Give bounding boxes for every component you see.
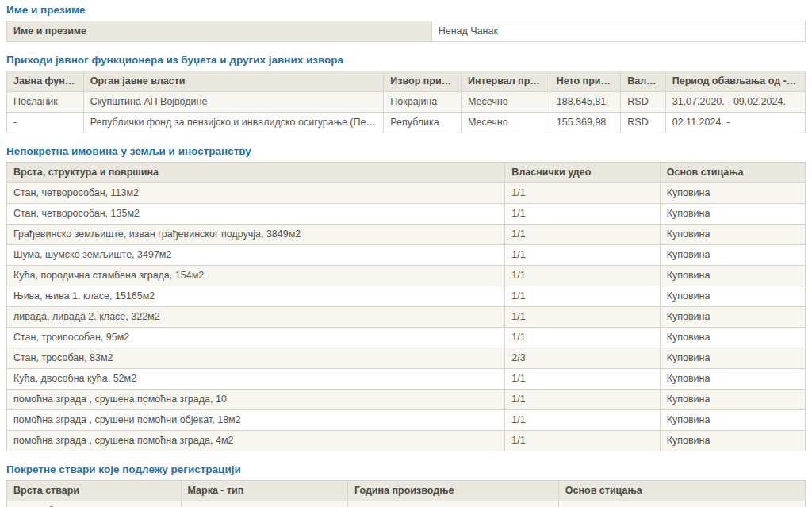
table-cell: Куповина — [660, 286, 805, 307]
column-header: Основ стицања — [558, 481, 805, 501]
table-cell: Посланик — [7, 92, 84, 113]
table-row: Име и презимеНенад Чанак — [7, 21, 806, 42]
table-row: помоћна зграда , срушена помоћна зграда,… — [7, 431, 806, 451]
table-cell: Републички фонд за пензијско и инвалидск… — [83, 113, 384, 133]
table-cell: 1/1 — [505, 266, 660, 286]
real-estate-table: Врста, структура и површинаВласнички уде… — [6, 162, 806, 451]
table-cell: Њива, њива 1. класе, 15165м2 — [7, 286, 505, 307]
table-cell: Стан, четворособан, 113м2 — [7, 183, 505, 204]
column-header: Период обављања од - до — [665, 71, 805, 92]
table-header-row: Јавна функцијаОрган јавне властиИзвор пр… — [7, 71, 806, 92]
table-header-row: Врста, структура и површинаВласнички уде… — [7, 163, 806, 183]
table-cell: 1/1 — [505, 286, 660, 307]
table-cell: помоћна зграда , срушена помоћна зграда,… — [7, 431, 505, 451]
table-cell: Грађевинско земљиште, изван грађевинског… — [7, 225, 505, 245]
section-title-person: Име и презиме — [6, 4, 806, 17]
table-cell: 1/1 — [505, 183, 660, 204]
table-cell: 02.11.2024. - — [665, 113, 805, 133]
table-cell: помоћна зграда , срушена помоћна зграда,… — [7, 390, 505, 410]
table-cell: 1/1 — [505, 245, 660, 266]
table-cell: Куповина — [660, 369, 805, 390]
table-row: Кућа, породична стамбена зграда, 154м21/… — [7, 266, 806, 286]
table-cell: Куповина — [660, 183, 805, 204]
income-table: Јавна функцијаОрган јавне властиИзвор пр… — [6, 71, 806, 133]
table-row: -Републички фонд за пензијско и инвалидс… — [7, 113, 806, 133]
table-cell: Месечно — [461, 113, 550, 133]
table-row: Шума, шумско земљиште, 3497м21/1Куповина — [7, 245, 806, 266]
section-title-real-estate: Непокретна имовина у земљи и иностранств… — [6, 145, 806, 158]
table-cell: RSD — [621, 113, 665, 133]
table-cell: - — [7, 113, 84, 133]
column-header: Врста, структура и површина — [7, 163, 505, 183]
table-row: ПосланикСкупштина АП ВојводинеПокрајинаМ… — [7, 92, 806, 113]
table-header-row: Врста ствариМарка - типГодина производње… — [7, 481, 806, 501]
table-cell: 1/1 — [505, 225, 660, 245]
table-cell: Шума, шумско земљиште, 3497м2 — [7, 245, 505, 266]
table-row: Стан, трособан, 83м22/3Куповина — [7, 348, 806, 369]
table-cell: Куповина — [558, 501, 805, 507]
table-cell: Аутомобил — [7, 501, 182, 507]
table-cell: Кућа, породична стамбена зграда, 154м2 — [7, 266, 505, 286]
vehicles-table: Врста ствариМарка - типГодина производње… — [6, 480, 806, 507]
table-row: Њива, њива 1. класе, 15165м21/1Куповина — [7, 286, 806, 307]
table-cell: Кућа, двособна кућа, 52м2 — [7, 369, 505, 390]
table-row: помоћна зграда , срушени помоћни објекат… — [7, 410, 806, 431]
table-cell: Куповина — [660, 266, 805, 286]
table-cell: 155.369,98 — [550, 113, 621, 133]
table-row: Кућа, двособна кућа, 52м21/1Куповина — [7, 369, 806, 390]
table-cell: RSD — [621, 92, 665, 113]
table-cell: Куповина — [660, 328, 805, 348]
table-cell: Стан, четворособан, 135м2 — [7, 204, 505, 225]
column-header: Нето приход — [550, 71, 621, 92]
table-cell: Куповина — [660, 225, 805, 245]
table-cell: 1/1 — [505, 431, 660, 451]
column-header: Интервал прихода — [461, 71, 550, 92]
table-cell: Стан, троипособан, 95м2 — [7, 328, 505, 348]
table-row: Стан, четворособан, 135м21/1Куповина — [7, 204, 806, 225]
table-cell: 1/1 — [505, 328, 660, 348]
column-header: Валута — [621, 71, 665, 92]
table-row: Стан, троипособан, 95м21/1Куповина — [7, 328, 806, 348]
table-cell: 2007 — [347, 501, 558, 507]
table-cell: 1/1 — [505, 204, 660, 225]
column-header: Јавна функција — [7, 71, 84, 92]
table-row: ливада, ливада 2. класе, 322м21/1Куповин… — [7, 307, 806, 328]
table-cell: Име и презиме — [7, 21, 432, 42]
table-row: АутомобилDžip Wrangler2007Куповина — [7, 501, 806, 507]
table-cell: Ненад Чанак — [431, 21, 805, 42]
asset-declaration-page: Име и презиме Име и презимеНенад Чанак П… — [0, 0, 812, 507]
table-cell: 1/1 — [505, 410, 660, 431]
table-row: Стан, четворособан, 113м21/1Куповина — [7, 183, 806, 204]
column-header: Извор прихода — [384, 71, 462, 92]
table-cell: Месечно — [461, 92, 550, 113]
table-cell: Куповина — [660, 431, 805, 451]
table-cell: Куповина — [660, 245, 805, 266]
table-cell: Покрајина — [384, 92, 462, 113]
table-cell: Куповина — [660, 390, 805, 410]
table-cell: 2/3 — [505, 348, 660, 369]
table-cell: Džip Wrangler — [181, 501, 347, 507]
table-cell: Куповина — [660, 204, 805, 225]
table-cell: 1/1 — [505, 307, 660, 328]
column-header: Врста ствари — [7, 481, 182, 501]
table-cell: 1/1 — [505, 390, 660, 410]
table-cell: Куповина — [660, 410, 805, 431]
table-cell: 31.07.2020. - 09.02.2024. — [665, 92, 805, 113]
table-row: Грађевинско земљиште, изван грађевинског… — [7, 225, 806, 245]
column-header: Орган јавне власти — [83, 71, 384, 92]
section-title-income: Приходи јавног функционера из буџета и д… — [6, 54, 806, 67]
table-row: помоћна зграда , срушена помоћна зграда,… — [7, 390, 806, 410]
column-header: Власнички удео — [505, 163, 660, 183]
person-table: Име и презимеНенад Чанак — [6, 21, 806, 42]
column-header: Марка - тип — [181, 481, 347, 501]
table-cell: ливада, ливада 2. класе, 322м2 — [7, 307, 505, 328]
table-cell: Куповина — [660, 348, 805, 369]
table-cell: 188.645,81 — [550, 92, 621, 113]
table-cell: Куповина — [660, 307, 805, 328]
column-header: Година производње — [347, 481, 558, 501]
table-cell: 1/1 — [505, 369, 660, 390]
section-title-vehicles: Покретне ствари које подлежу регистрациј… — [6, 463, 806, 476]
table-cell: Република — [384, 113, 462, 133]
table-cell: помоћна зграда , срушени помоћни објекат… — [7, 410, 505, 431]
table-cell: Стан, трособан, 83м2 — [7, 348, 505, 369]
